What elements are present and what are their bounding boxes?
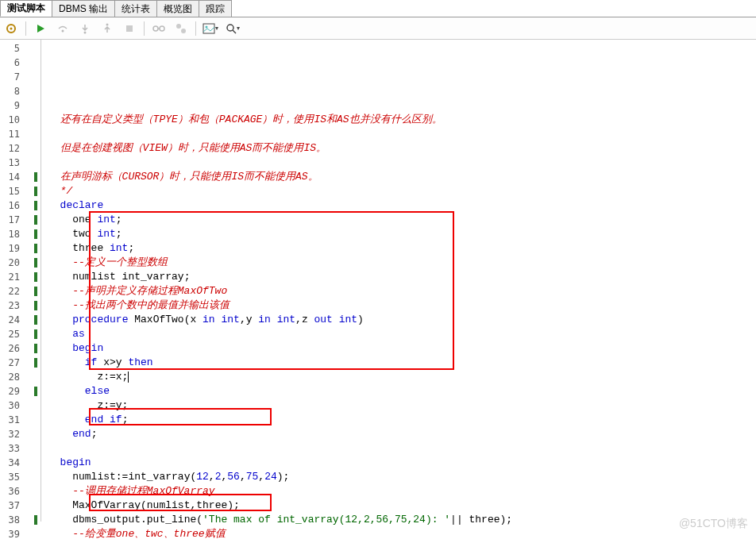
tab-overview[interactable]: 概览图 — [156, 0, 199, 17]
code-line[interactable]: dbms_output.put_line('The max of int_var… — [48, 513, 756, 527]
step-over-icon[interactable] — [55, 21, 71, 37]
svg-point-1 — [10, 27, 13, 29]
line-number: 31 — [0, 413, 40, 427]
line-number: 22 — [0, 284, 40, 298]
line-number: 39 — [0, 527, 40, 539]
code-line[interactable]: */ — [48, 184, 756, 198]
svg-point-8 — [160, 26, 164, 31]
line-number: 18 — [0, 227, 40, 241]
step-out-icon[interactable] — [99, 21, 115, 37]
editor-toolbar: ▾ ▾ — [0, 17, 756, 40]
line-number: 24 — [0, 313, 40, 327]
line-number: 9 — [0, 98, 40, 113]
line-number: 29 — [0, 384, 40, 398]
code-line[interactable]: --声明并定义存储过程MaxOfTwo — [48, 284, 756, 298]
line-number: 37 — [0, 499, 40, 513]
svg-point-5 — [106, 23, 109, 25]
line-number: 14 — [0, 170, 40, 184]
code-line[interactable]: z:=y; — [48, 398, 756, 413]
code-line[interactable]: as — [48, 327, 756, 341]
code-line[interactable]: two int; — [48, 227, 756, 241]
line-number: 28 — [0, 370, 40, 384]
search-icon[interactable]: ▾ — [225, 21, 241, 37]
tab-stats[interactable]: 统计表 — [114, 0, 157, 17]
svg-point-7 — [153, 26, 158, 31]
code-editor[interactable]: 5678910111213141516171819202122232425262… — [0, 40, 756, 522]
code-line[interactable]: end if; — [48, 413, 756, 427]
code-line[interactable] — [48, 441, 756, 456]
breakpoint-icon[interactable] — [173, 21, 189, 37]
code-line[interactable]: procedure MaxOfTwo(x in int,y in int,z o… — [48, 313, 756, 327]
code-line[interactable]: numlist:=int_varray(12,2,56,75,24); — [48, 470, 756, 484]
tab-trace[interactable]: 跟踪 — [199, 0, 232, 17]
line-number: 12 — [0, 141, 40, 156]
line-number: 23 — [0, 298, 40, 313]
line-number: 13 — [0, 156, 40, 170]
line-number: 5 — [0, 41, 40, 56]
code-line[interactable]: begin — [48, 341, 756, 356]
code-line[interactable]: numlist int_varray; — [48, 270, 756, 284]
line-number: 6 — [0, 56, 40, 70]
line-number: 16 — [0, 198, 40, 213]
line-number: 38 — [0, 513, 40, 527]
svg-line-15 — [233, 30, 236, 33]
glasses-icon[interactable] — [151, 21, 167, 37]
gear-icon[interactable] — [3, 21, 19, 37]
line-number: 19 — [0, 241, 40, 256]
line-number: 34 — [0, 456, 40, 470]
picture-icon[interactable]: ▾ — [202, 21, 218, 37]
line-number: 21 — [0, 270, 40, 284]
run-icon[interactable] — [33, 21, 48, 37]
code-line[interactable]: --给变量one、twc、three赋值 — [48, 527, 756, 539]
line-number: 10 — [0, 113, 40, 127]
code-line[interactable]: --定义一个整型数组 — [48, 256, 756, 270]
svg-point-3 — [62, 29, 64, 32]
svg-point-4 — [84, 31, 87, 33]
line-number: 33 — [0, 441, 40, 456]
line-number: 25 — [0, 327, 40, 341]
stop-icon[interactable] — [122, 21, 137, 37]
line-number-gutter: 5678910111213141516171819202122232425262… — [0, 40, 41, 522]
code-line[interactable]: 但是在创建视图（VIEW）时，只能使用AS而不能使用IS。 — [48, 141, 756, 156]
line-number: 20 — [0, 256, 40, 270]
svg-point-14 — [227, 25, 233, 31]
line-number: 17 — [0, 213, 40, 227]
line-number: 15 — [0, 184, 40, 198]
code-line[interactable]: else — [48, 384, 756, 398]
code-line[interactable] — [48, 156, 756, 170]
line-number: 36 — [0, 484, 40, 499]
code-line[interactable]: 还有在自定义类型（TPYE）和包（PACKAGE）时，使用IS和AS也并没有什么… — [48, 113, 756, 127]
tab-dbms-output[interactable]: DBMS 输出 — [52, 0, 115, 17]
code-line[interactable]: if x>y then — [48, 356, 756, 370]
code-line[interactable]: declare — [48, 198, 756, 213]
svg-marker-2 — [37, 25, 44, 33]
code-line[interactable]: end; — [48, 427, 756, 441]
line-number: 27 — [0, 356, 40, 370]
line-number: 30 — [0, 398, 40, 413]
code-line[interactable]: z:=x; — [48, 370, 756, 384]
line-number: 32 — [0, 427, 40, 441]
line-number: 11 — [0, 127, 40, 141]
watermark: @51CTO博客 — [679, 517, 748, 531]
code-line[interactable]: MaxOfVarray(numlist,three); — [48, 499, 756, 513]
code-line[interactable] — [48, 127, 756, 141]
code-line[interactable]: --找出两个数中的最值并输出该值 — [48, 298, 756, 313]
code-line[interactable]: three int; — [48, 241, 756, 256]
svg-point-13 — [206, 25, 208, 28]
line-number: 35 — [0, 470, 40, 484]
editor-tabs: 测试脚本 DBMS 输出 统计表 概览图 跟踪 — [0, 0, 756, 17]
line-number: 26 — [0, 341, 40, 356]
line-number: 7 — [0, 70, 40, 84]
step-into-icon[interactable] — [77, 21, 93, 37]
svg-point-11 — [181, 29, 186, 33]
code-line[interactable]: begin — [48, 456, 756, 470]
line-number: 8 — [0, 84, 40, 98]
code-line[interactable]: 在声明游标（CURSOR）时，只能使用IS而不能使用AS。 — [48, 170, 756, 184]
svg-point-10 — [176, 24, 181, 29]
code-line[interactable]: one int; — [48, 213, 756, 227]
tab-test-script[interactable]: 测试脚本 — [0, 0, 52, 17]
svg-rect-6 — [126, 25, 133, 32]
code-area[interactable]: 还有在自定义类型（TPYE）和包（PACKAGE）时，使用IS和AS也并没有什么… — [41, 40, 756, 522]
code-line[interactable]: --调用存储过程MaxOfVarray — [48, 484, 756, 499]
